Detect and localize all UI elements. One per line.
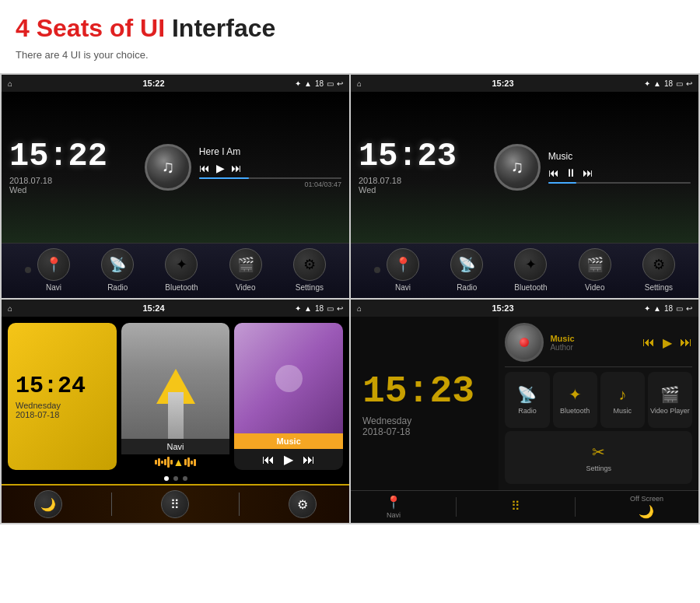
- ui4-navi-item[interactable]: 📍 Navi: [386, 495, 401, 519]
- battery-icon-1: ▭: [327, 79, 334, 88]
- ui4-music-ctrl[interactable]: ⏮ ▶ ⏭: [642, 335, 692, 350]
- status-right-3: ✦ ▲ 18 ▭ ↩: [295, 304, 343, 313]
- video-icon-2[interactable]: 🎬: [579, 248, 611, 281]
- radio-icon-2[interactable]: 📡: [450, 248, 483, 281]
- ui2-nav-wrapper: 📍 Navi: [374, 248, 419, 292]
- nav-label-settings-2: Settings: [645, 283, 673, 292]
- ui4-icon-radio[interactable]: 📡 Radio: [505, 372, 549, 428]
- ui1-music-time: 01:04/03:47: [199, 181, 341, 188]
- ui2-content: 15:23 2018.07.18 Wed ♫ Music ⏮ ⏸ ⏭: [351, 92, 698, 243]
- ui1-day: Wed: [9, 185, 141, 195]
- ui-panel-4: ⌂ 15:23 ✦ ▲ 18 ▭ ↩ 15:23 Wednesday 2018-…: [351, 300, 700, 524]
- ui3-settings-btn[interactable]: ⚙: [289, 490, 317, 518]
- ui2-progress-bar: [548, 182, 691, 184]
- ui2-nav-icons: 📍 Navi 📡 Radio ✦ Bluetooth 🎬 Video ⚙ Set…: [351, 243, 698, 298]
- status-bar-4: ⌂ 15:23 ✦ ▲ 18 ▭ ↩: [351, 300, 698, 317]
- ui4-icon-bluetooth[interactable]: ✦ Bluetooth: [553, 372, 597, 428]
- status-left-4: ⌂: [357, 304, 362, 313]
- navi-icon-1[interactable]: 📍: [37, 248, 70, 281]
- navi-icon-2[interactable]: 📍: [387, 248, 419, 281]
- page-dot-1[interactable]: [164, 476, 169, 481]
- nav-item-navi-1[interactable]: 📍 Navi: [37, 248, 70, 292]
- nav-item-radio-2[interactable]: 📡 Radio: [450, 248, 483, 292]
- nav-item-video-1[interactable]: 🎬 Video: [229, 248, 262, 292]
- ui4-left: 15:23 Wednesday 2018-07-18: [351, 317, 499, 490]
- ui1-music-controls[interactable]: ⏮ ▶ ⏭: [199, 162, 341, 174]
- ui2-music-info: Music ⏮ ⏸ ⏭: [548, 151, 691, 184]
- ui4-icon-video[interactable]: 🎬 Video Player: [648, 372, 692, 428]
- bluetooth-icon-2[interactable]: ✦: [514, 248, 547, 281]
- ui4-icon-settings[interactable]: ✂ Settings: [505, 431, 692, 484]
- nav-item-video-2[interactable]: 🎬 Video: [579, 248, 611, 292]
- ui4-offscreen-item[interactable]: Off Screen 🌙: [630, 495, 663, 519]
- nav-item-radio-1[interactable]: 📡 Radio: [101, 248, 134, 292]
- page-dot-2[interactable]: [173, 476, 178, 481]
- ui2-music-controls[interactable]: ⏮ ⏸ ⏭: [548, 167, 691, 179]
- signal-icon-3: ▲: [304, 304, 312, 313]
- radio-icon-1[interactable]: 📡: [101, 248, 134, 281]
- prev-btn-2[interactable]: ⏮: [548, 167, 559, 179]
- prev-btn-1[interactable]: ⏮: [199, 162, 210, 174]
- home-icon: ⌂: [8, 79, 12, 88]
- nav-label-bt-1: Bluetooth: [165, 283, 198, 292]
- ui1-main: 15:22 2018.07.18 Wed ♫ Here I Am ⏮ ▶ ⏭: [2, 92, 349, 243]
- ui4-music-title: Music: [550, 334, 636, 343]
- ui4-music-author: Author: [550, 343, 636, 352]
- navi-icon-4: 📍: [386, 495, 401, 510]
- ui4-settings-label: Settings: [586, 465, 611, 472]
- nav-item-navi-2[interactable]: 📍 Navi: [387, 248, 419, 292]
- nav-item-settings-1[interactable]: ⚙ Settings: [293, 248, 326, 292]
- status-bar-3: ⌂ 15:24 ✦ ▲ 18 ▭ ↩: [2, 300, 349, 317]
- prev-btn-3[interactable]: ⏮: [262, 453, 275, 467]
- ui4-apps-item[interactable]: ⠿: [511, 499, 520, 515]
- ui4-bt-label: Bluetooth: [560, 407, 590, 415]
- pause-btn-2[interactable]: ⏸: [565, 167, 576, 179]
- video-icon-1[interactable]: 🎬: [229, 248, 262, 281]
- ui1-nav-icons: 📍 Navi 📡 Radio ✦ Bluetooth 🎬 Video ⚙ Set…: [2, 243, 349, 298]
- next-btn-4[interactable]: ⏭: [680, 335, 692, 349]
- nav-item-settings-2[interactable]: ⚙ Settings: [642, 248, 675, 292]
- nav-label-radio-1: Radio: [107, 283, 128, 292]
- person-icon: [275, 365, 303, 392]
- navi-bg: [121, 323, 230, 439]
- ui4-navi-label: Navi: [387, 511, 401, 519]
- music-ctrl-row-3[interactable]: ⏮ ▶ ⏭: [234, 449, 343, 470]
- next-btn-2[interactable]: ⏭: [583, 167, 593, 179]
- bt-icon-1: ✦: [295, 79, 301, 88]
- nav-item-bluetooth-1[interactable]: ✦ Bluetooth: [165, 248, 198, 292]
- ui4-icon-music[interactable]: ♪ Music: [600, 372, 645, 428]
- ui1-nav-wrapper: 📍 Navi: [25, 248, 70, 292]
- settings-icon-1[interactable]: ⚙: [293, 248, 326, 281]
- play-btn-1[interactable]: ▶: [216, 162, 225, 174]
- play-btn-4[interactable]: ▶: [663, 335, 672, 350]
- nav-item-bluetooth-2[interactable]: ✦ Bluetooth: [514, 248, 547, 292]
- status-right-2: ✦ ▲ 18 ▭ ↩: [644, 79, 692, 88]
- record-dot: [520, 338, 529, 347]
- ui-panel-2: ⌂ 15:23 ✦ ▲ 18 ▭ ↩ 15:23 2018.07.18 Wed: [351, 75, 700, 300]
- ui4-icons-grid: 📡 Radio ✦ Bluetooth ♪ Music 🎬 Video Play…: [505, 372, 692, 484]
- prev-btn-4[interactable]: ⏮: [642, 335, 655, 349]
- status-right-1: ✦ ▲ 18 ▭ ↩: [295, 79, 343, 88]
- header: 4 Seats of UI Interface There are 4 UI i…: [0, 0, 700, 67]
- page-dot-3[interactable]: [183, 476, 187, 481]
- ui3-moon-btn[interactable]: 🌙: [34, 490, 62, 518]
- ui4-content: 15:23 Wednesday 2018-07-18 Music Author …: [351, 317, 698, 490]
- status-time-4: 15:23: [492, 303, 513, 313]
- bluetooth-icon-1[interactable]: ✦: [165, 248, 198, 281]
- ui-panel-3: ⌂ 15:24 ✦ ▲ 18 ▭ ↩ 15:24 Wednesday 2018-…: [2, 300, 351, 524]
- play-btn-3[interactable]: ▶: [284, 452, 293, 467]
- next-btn-1[interactable]: ⏭: [231, 162, 242, 174]
- ui4-right: Music Author ⏮ ▶ ⏭ 📡 Radio: [499, 317, 698, 490]
- ui3-sep-1: [111, 493, 112, 516]
- ui1-progress-bar: [199, 177, 341, 179]
- settings-icon-2[interactable]: ⚙: [642, 248, 675, 281]
- page-dots: [2, 473, 349, 484]
- ui1-song-title: Here I Am: [199, 146, 341, 157]
- status-left-2: ⌂: [357, 79, 362, 88]
- next-btn-3[interactable]: ⏭: [303, 453, 315, 467]
- title-red: 4 Seats of UI: [16, 14, 165, 42]
- ui3-grid-btn[interactable]: ⠿: [161, 490, 189, 518]
- ui4-offscreen-label: Off Screen: [630, 495, 663, 503]
- battery-icon-2: ▭: [676, 79, 683, 88]
- ui3-sep-2: [239, 493, 240, 516]
